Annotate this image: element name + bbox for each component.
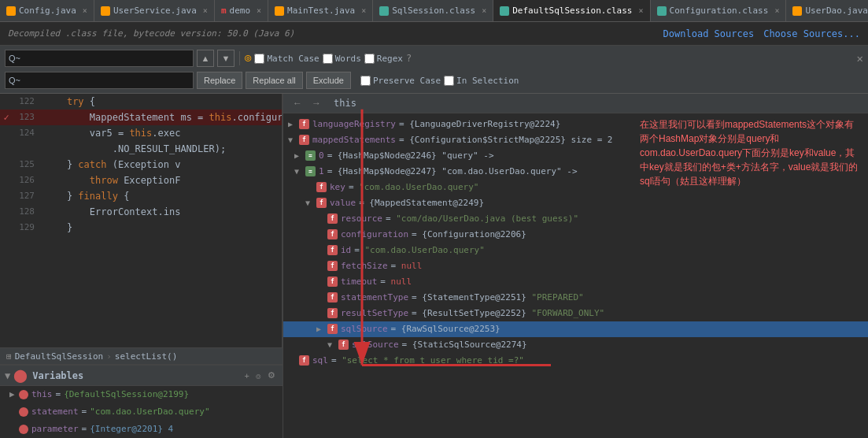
breadcrumb-class[interactable]: DefaultSqlSession (15, 351, 104, 362)
tree-item-sqlSource-selected[interactable]: ▶ f sqlSource = {RawSqlSource@2253} (283, 321, 868, 337)
tree-item-sqlSource-inner[interactable]: ▼ f sqlSource = {StaticSqlSource@2274} (283, 337, 868, 353)
tree-item-timeout[interactable]: f timeout = null (283, 274, 868, 290)
tree-item-fetchSize[interactable]: f fetchSize = null (283, 258, 868, 274)
close-icon[interactable]: × (83, 6, 87, 15)
tab-config-java[interactable]: Config.java × (0, 0, 94, 22)
tab-label: Configuration.class (670, 6, 769, 16)
download-sources-link[interactable]: Download Sources (663, 28, 755, 39)
tree-item-key[interactable]: f key = "com.dao.UserDao.query" (283, 180, 868, 195)
tree-item-configuration[interactable]: f configuration = {Configuration@2206} (283, 227, 868, 243)
prev-match-button[interactable]: ▲ (197, 50, 214, 67)
line-num-126: 126 (13, 173, 41, 188)
tree-item-resultSetType[interactable]: f resultSetType = {ResultSetType@2252} "… (283, 306, 868, 321)
preserve-case-label[interactable]: Preserve Case (360, 76, 441, 86)
back-button[interactable]: ← (290, 97, 305, 110)
close-icon[interactable]: × (361, 6, 366, 15)
left-column: 122 try { ✓ 123 MappedStatement ms = thi… (0, 94, 283, 438)
var-this: ▶ this = {DefaultSqlSession@2199} (0, 386, 283, 403)
close-icon[interactable]: × (639, 6, 644, 15)
field-icon: = (305, 150, 316, 161)
expand-icon[interactable]: ▶ (294, 149, 305, 163)
debug-tree[interactable]: ▶ f languageRegistry = {LanguageDriverRe… (283, 113, 868, 438)
in-selection-text: In Selection (456, 76, 519, 86)
tab-defaultsqlsession-class[interactable]: DefaultSqlSession.class × (493, 0, 650, 22)
words-checkbox[interactable] (323, 54, 333, 64)
replace-button[interactable]: Replace (197, 72, 242, 89)
breadcrumb-icon: ⊞ (6, 351, 12, 362)
exclude-button[interactable]: Exclude (306, 72, 351, 89)
info-bar: Decompiled .class file, bytecode version… (0, 22, 868, 46)
expand-icon[interactable]: ▶ (288, 117, 299, 132)
close-search-button[interactable]: ✕ (857, 52, 863, 65)
var-parameter: parameter = {Integer@2201} 4 (0, 421, 283, 438)
forward-button[interactable]: → (308, 97, 324, 110)
filter-icon[interactable]: ⌾ (245, 52, 251, 65)
tree-item-value[interactable]: ▼ f value = {MappedStatement@2249} (283, 195, 868, 211)
close-icon[interactable]: × (774, 6, 779, 15)
tab-demo[interactable]: m demo × (215, 0, 268, 22)
code-editor[interactable]: 122 try { ✓ 123 MappedStatement ms = thi… (0, 94, 283, 347)
line-num-129: 129 (13, 220, 41, 236)
help-icon[interactable]: ? (406, 53, 412, 64)
field-icon: f (316, 182, 327, 192)
tree-item-resource[interactable]: f resource = "com/dao/UserDao.java (best… (283, 211, 868, 227)
in-selection-checkbox[interactable] (444, 76, 454, 86)
match-case-checkbox[interactable] (254, 54, 264, 64)
expand-icon[interactable]: ▼ (305, 196, 316, 210)
tree-item-1[interactable]: ▼ = 1 = {HashMap$Node@2247} "com.dao.Use… (283, 164, 868, 180)
tree-item-id[interactable]: f id = "com.dao.UserDao.query" (283, 243, 868, 258)
tab-label: MainTest.java (287, 6, 355, 16)
divider (239, 51, 240, 65)
find-input[interactable] (5, 50, 194, 67)
tab-label: SqlSession.class (392, 6, 475, 16)
preserve-case-checkbox[interactable] (360, 76, 371, 86)
regex-label[interactable]: Regex (364, 54, 403, 64)
class-icon (379, 6, 389, 16)
tab-configuration-class[interactable]: Configuration.class × (651, 0, 787, 22)
replace-input[interactable] (5, 72, 194, 89)
code-line-129: 129 } (0, 220, 282, 236)
expand-icon[interactable]: ▼ (327, 338, 338, 352)
tab-sqlsession-class[interactable]: SqlSession.class × (373, 0, 493, 22)
line-num-123: 123 (13, 110, 41, 125)
debug-icon: ⬤ (13, 368, 28, 383)
line-num-127: 127 (13, 188, 41, 204)
choose-sources-link[interactable]: Choose Sources... (763, 28, 860, 39)
tree-item-languageRegistry[interactable]: ▶ f languageRegistry = {LanguageDriverRe… (283, 117, 868, 132)
tab-maintest-java[interactable]: MainTest.java × (268, 0, 373, 22)
next-match-button[interactable]: ▼ (217, 50, 235, 67)
close-icon[interactable]: × (257, 6, 261, 15)
close-icon[interactable]: × (482, 6, 486, 15)
add-watch-button[interactable]: + (242, 369, 252, 381)
expand-icon[interactable]: ▶ (316, 322, 327, 336)
breadcrumb-method[interactable]: selectList() (115, 351, 177, 362)
in-selection-label[interactable]: In Selection (444, 76, 519, 86)
tree-item-mappedStatements[interactable]: ▼ f mappedStatements = {Configuration$St… (283, 132, 868, 148)
close-icon[interactable]: × (203, 6, 208, 15)
breadcrumb-bar: ⊞ DefaultSqlSession › selectList() (0, 347, 283, 365)
regex-text: Regex (377, 54, 403, 64)
expand-icon[interactable]: ▼ (294, 165, 305, 179)
expand-this[interactable]: ▶ (9, 388, 16, 402)
code-line-127: 127 } finally { (0, 188, 282, 204)
settings-button[interactable]: ⚙ (265, 369, 278, 381)
tab-userdao-java[interactable]: UserDao.java × (786, 0, 868, 22)
regex-checkbox[interactable] (364, 54, 375, 64)
tree-item-statementType[interactable]: f statementType = {StatementType@2251} "… (283, 290, 868, 306)
java-icon (6, 6, 16, 16)
decompiled-info: Decompiled .class file, bytecode version… (8, 28, 294, 39)
expand-icon[interactable]: ▼ (288, 133, 299, 147)
field-icon: f (327, 245, 338, 255)
code-line-122: 122 try { (0, 94, 282, 110)
match-case-label[interactable]: Match Case (254, 54, 319, 64)
expand-icon[interactable]: ▼ (5, 370, 10, 381)
tree-item-sql[interactable]: f sql = "select * from t_user where tid … (283, 353, 868, 369)
java-icon (275, 6, 284, 16)
field-icon: f (327, 292, 338, 303)
filter-button[interactable]: ⌾ (253, 369, 264, 381)
tree-item-0[interactable]: ▶ = 0 = {HashMap$Node@2246} "query" -> (283, 148, 868, 164)
replace-all-button[interactable]: Replace all (246, 72, 302, 89)
variables-title: Variables (32, 370, 83, 381)
tab-userservice-java[interactable]: UserService.java × (94, 0, 215, 22)
words-label[interactable]: Words (323, 54, 361, 64)
